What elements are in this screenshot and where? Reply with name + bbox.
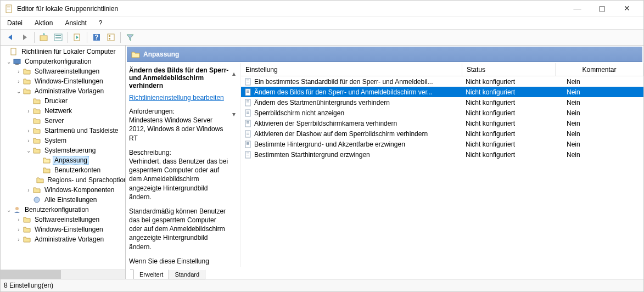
policy-icon: [244, 141, 252, 148]
collapse-icon[interactable]: ⌄: [25, 148, 32, 154]
status-text: 8 Einstellung(en): [4, 282, 53, 289]
computer-icon: [13, 57, 21, 66]
title-bar: Editor für lokale Gruppenrichtlinien — ▢…: [1, 1, 643, 17]
toolbar: ?: [1, 29, 643, 46]
edit-policy-link[interactable]: Richtlinieneinstellung bearbeiten: [129, 94, 224, 102]
svg-rect-50: [247, 155, 249, 155]
expand-icon[interactable]: ›: [15, 237, 23, 243]
tree-netzwerk[interactable]: › Netzwerk: [1, 106, 125, 116]
forward-button[interactable]: [18, 31, 31, 44]
svg-rect-25: [247, 91, 249, 92]
menu-action[interactable]: Aktion: [32, 18, 55, 28]
tree-computer-conf[interactable]: ⌄ Computerkonfiguration: [1, 57, 125, 66]
scroll-down-icon[interactable]: ▾: [232, 110, 236, 118]
setting-comment: Nein: [556, 120, 643, 127]
expand-icon[interactable]: ›: [15, 227, 23, 233]
tab-extended[interactable]: Erweitert: [133, 269, 169, 279]
collapse-icon[interactable]: ⌄: [15, 88, 23, 94]
tree-startmenu[interactable]: › Startmenü und Taskleiste: [1, 126, 125, 136]
app-icon: [5, 4, 14, 13]
list-row[interactable]: Ändern des Bilds für den Sperr- und Anme…: [241, 87, 643, 97]
setting-name: Ändern des Bilds für den Sperr- und Anme…: [254, 88, 433, 96]
requirements-label: Anforderungen:: [129, 108, 175, 115]
tree-root[interactable]: ▸ Richtlinien für Lokaler Computer: [1, 47, 125, 57]
column-status[interactable]: Status: [462, 63, 556, 76]
policy-icon: [244, 78, 252, 86]
list-row[interactable]: Bestimmten Starthintergrund erzwingenNic…: [241, 149, 643, 160]
svg-rect-36: [247, 121, 249, 122]
list-row[interactable]: Aktivieren der Diashow auf dem Sperrbild…: [241, 128, 643, 139]
expand-icon[interactable]: ›: [25, 108, 32, 114]
expand-icon[interactable]: ›: [15, 217, 23, 223]
folder-open-icon: [131, 50, 140, 59]
expand-icon[interactable]: ›: [25, 128, 32, 134]
tree-anpassung[interactable]: › Anpassung: [1, 155, 125, 165]
minimize-button[interactable]: —: [565, 1, 590, 16]
content-area: ▸ Richtlinien für Lokaler Computer ⌄ Com…: [1, 46, 643, 279]
refresh-button[interactable]: [71, 31, 84, 44]
filter-button[interactable]: [124, 31, 137, 44]
tree-user-conf[interactable]: ⌄ Benutzerkonfiguration: [1, 205, 125, 215]
tree-systemsteuerung[interactable]: ⌄ Systemsteuerung: [1, 145, 125, 155]
list-row[interactable]: Ein bestimmtes Standardbild für den Sper…: [241, 76, 643, 87]
description-text-1: Verhindert, dass Benutzer das bei gesper…: [129, 158, 228, 201]
list-body[interactable]: Ein bestimmtes Standardbild für den Sper…: [241, 76, 643, 267]
list-row[interactable]: Ändern des Startmenühintergrunds verhind…: [241, 97, 643, 108]
column-setting[interactable]: Einstellung: [241, 63, 462, 76]
collapse-icon[interactable]: ⌄: [5, 59, 13, 65]
close-button[interactable]: ✕: [614, 1, 639, 16]
back-button[interactable]: [4, 31, 17, 44]
tree-win-components[interactable]: › Windows-Komponenten: [1, 185, 125, 195]
policy-icon: [244, 109, 252, 117]
svg-rect-12: [109, 35, 110, 37]
settings-icon: [32, 195, 41, 204]
tree-alle[interactable]: › Alle Einstellungen: [1, 195, 125, 205]
policy-icon: [244, 120, 252, 127]
list-row[interactable]: Bestimmte Hintergrund- und Akzentfarbe e…: [241, 139, 643, 149]
tree-u-admin[interactable]: › Administrative Vorlagen: [1, 234, 125, 244]
expand-icon[interactable]: ›: [25, 187, 32, 193]
up-folder-button[interactable]: [37, 31, 51, 44]
expand-icon[interactable]: ›: [25, 138, 32, 144]
menu-view[interactable]: Ansicht: [63, 18, 88, 28]
tree-windows-settings[interactable]: › Windows-Einstellungen: [1, 76, 125, 86]
scroll-up-icon[interactable]: ▴: [232, 70, 236, 77]
properties-button[interactable]: [104, 31, 117, 44]
svg-rect-28: [247, 100, 249, 101]
tree-u-software[interactable]: › Softwareeinstellungen: [1, 215, 125, 224]
tree-drucker[interactable]: › Drucker: [1, 96, 125, 106]
list-row[interactable]: Sperrbildschirm nicht anzeigenNicht konf…: [241, 108, 643, 118]
tree-software[interactable]: › Softwareeinstellungen: [1, 66, 125, 76]
tab-standard[interactable]: Standard: [169, 269, 205, 279]
setting-name: Ein bestimmtes Standardbild für den Sper…: [254, 78, 433, 86]
tree-system[interactable]: › System: [1, 136, 125, 145]
tree-u-windows[interactable]: › Windows-Einstellungen: [1, 224, 125, 234]
svg-rect-16: [15, 64, 19, 65]
menu-help[interactable]: ?: [97, 18, 105, 28]
help-button[interactable]: ?: [90, 31, 103, 44]
folder-icon: [23, 215, 31, 224]
svg-rect-45: [247, 143, 249, 144]
document-icon: [9, 47, 18, 56]
column-comment[interactable]: Kommentar: [556, 63, 643, 76]
expand-icon[interactable]: ›: [15, 69, 23, 75]
svg-rect-44: [247, 142, 249, 143]
view-list-button[interactable]: [52, 31, 65, 44]
setting-status: Nicht konfiguriert: [462, 88, 556, 96]
tree-server[interactable]: › Server: [1, 116, 125, 126]
setting-comment: Nein: [556, 141, 643, 148]
list-row[interactable]: Aktivieren der Sperrbildschirmkamera ver…: [241, 118, 643, 128]
user-icon: [13, 205, 21, 214]
horizontal-scrollbar[interactable]: [1, 269, 125, 279]
tree-regions[interactable]: › Regions- und Sprachoptionen: [1, 175, 125, 185]
maximize-button[interactable]: ▢: [590, 1, 614, 16]
tree-admin-templates[interactable]: ⌄ Administrative Vorlagen: [1, 86, 125, 96]
menu-file[interactable]: Datei: [5, 18, 25, 28]
collapse-icon[interactable]: ⌄: [5, 207, 13, 213]
expand-icon[interactable]: ›: [15, 78, 23, 85]
folder-icon: [32, 116, 41, 125]
detail-scrollbar[interactable]: ▴ ▾: [229, 66, 238, 266]
tree[interactable]: ▸ Richtlinien für Lokaler Computer ⌄ Com…: [1, 46, 125, 269]
tree-benutzerkonten[interactable]: › Benutzerkonten: [1, 165, 125, 175]
setting-status: Nicht konfiguriert: [462, 141, 556, 148]
